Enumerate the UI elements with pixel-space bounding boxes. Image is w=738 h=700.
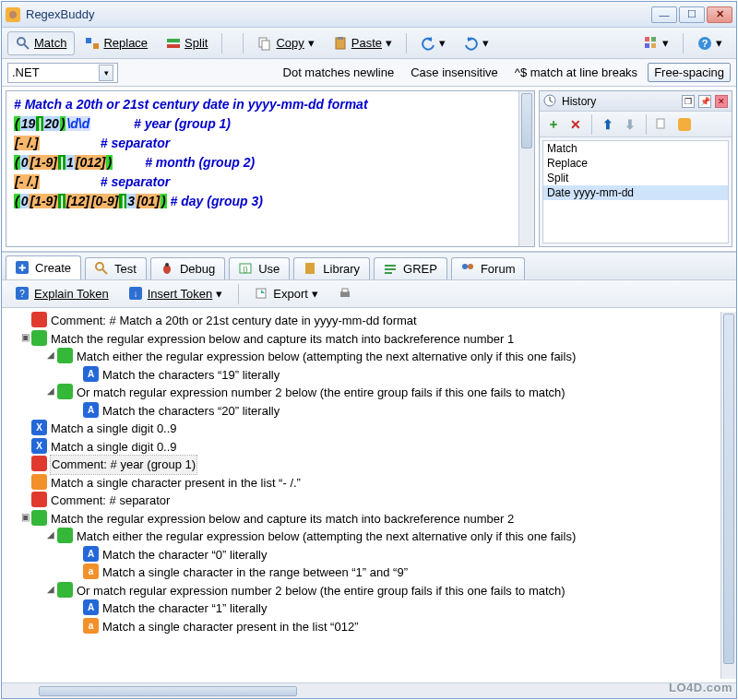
tree-twisty[interactable]: ◢ (44, 384, 57, 397)
maximize-button[interactable]: ☐ (679, 6, 705, 23)
help-button[interactable]: ?▾ (689, 31, 731, 55)
chevron-down-icon[interactable]: ▾ (99, 65, 113, 81)
scrollbar-thumb[interactable] (521, 93, 532, 148)
tree-node[interactable]: ◢ Match either the regular expression be… (6, 348, 720, 366)
tree-node[interactable]: XMatch a single digit 0..9 (6, 438, 720, 457)
help-icon: ? (697, 36, 712, 51)
tree-node[interactable]: XMatch a single digit 0..9 (6, 420, 720, 438)
flavor-select[interactable]: .NET ▾ (7, 63, 118, 83)
tok: [01] (136, 194, 161, 208)
tree-twisty[interactable]: ◢ (44, 348, 57, 362)
history-item[interactable]: Match (543, 141, 728, 156)
node-text: Match the regular expression below and c… (51, 510, 514, 528)
node-text: Comment: # Match a 20th or 21st century … (51, 312, 417, 330)
split-button[interactable]: Split (158, 31, 216, 55)
tok: | (58, 155, 65, 170)
paste-button[interactable]: Paste▾ (325, 31, 400, 55)
tree-node[interactable]: ◢ Match either the regular expression be… (6, 528, 720, 546)
regex-editor[interactable]: # Match a 20th or 21st century date in y… (6, 90, 535, 247)
tree-node[interactable]: aMatch a single character in the range b… (6, 564, 720, 582)
explain-tree[interactable]: Comment: # Match a 20th or 21st century … (6, 312, 720, 679)
svg-rect-21 (657, 119, 664, 128)
svg-rect-11 (338, 37, 343, 40)
tree-twisty[interactable]: ◢ (44, 582, 57, 596)
print-icon (339, 287, 353, 302)
undo-button[interactable]: ▾ (412, 31, 454, 55)
minimize-button[interactable]: — (651, 6, 677, 23)
tree-node[interactable]: AMatch the characters “20” literally (6, 402, 720, 421)
opt-line-breaks[interactable]: ^$ match at line breaks (508, 63, 644, 82)
create-toolbar: ?Explain Token ↓Insert Token▾ Export▾ (2, 280, 736, 308)
opt-dot-newline[interactable]: Dot matches newline (277, 63, 401, 82)
node-text: Match the character “0” literally (102, 546, 267, 564)
tree-twisty[interactable]: ◢ (44, 528, 57, 541)
tab-test[interactable]: Test (85, 257, 147, 279)
tab-grep[interactable]: GREP (374, 257, 447, 279)
titlebar[interactable]: RegexBuddy — ☐ ✕ (2, 2, 736, 28)
tree-node[interactable]: AMatch the character “1” literally (6, 599, 720, 618)
regex-text[interactable]: # Match a 20th or 21st century date in y… (6, 91, 534, 246)
tree-node[interactable]: AMatch the character “0” literally (6, 546, 720, 564)
explain-token-button[interactable]: ?Explain Token (7, 282, 117, 306)
tab-forum[interactable]: Forum (451, 257, 526, 279)
history-copy-button[interactable] (652, 114, 673, 135)
tab-library[interactable]: Library (293, 257, 370, 279)
redo-button[interactable]: ▾ (456, 31, 497, 55)
print-button[interactable] (330, 282, 362, 306)
pin-icon[interactable]: 📌 (698, 95, 711, 108)
insert-token-button[interactable]: ↓Insert Token▾ (121, 282, 232, 306)
tree-node[interactable]: ▣ Match the regular expression below and… (6, 510, 720, 528)
tok: ) (161, 194, 167, 208)
history-add-button[interactable]: ＋ (543, 114, 564, 135)
tree-node[interactable]: AMatch the characters “19” literally (6, 366, 720, 385)
tab-use[interactable]: {}Use (229, 257, 290, 279)
export-button[interactable]: Export▾ (246, 282, 327, 306)
tree-node[interactable]: Comment: # year (group 1) (6, 456, 720, 474)
opt-case-insensitive[interactable]: Case insensitive (404, 63, 505, 82)
tab-debug[interactable]: Debug (150, 257, 225, 279)
tree-node[interactable]: ◢ Or match regular expression number 2 b… (6, 384, 720, 402)
tree-node[interactable]: Comment: # separator (6, 492, 720, 510)
tree-scrollbar-h[interactable] (2, 682, 736, 698)
node-icon (31, 312, 47, 327)
svg-rect-4 (86, 38, 91, 43)
history-header[interactable]: History ❐ 📌 ✕ (540, 91, 732, 112)
tree-twisty[interactable]: ▣ (18, 330, 31, 344)
tok: [12] (65, 194, 90, 208)
tree-node[interactable]: Match a single character present in the … (6, 474, 720, 492)
regex-comment: # month (group 2) (145, 155, 255, 170)
tok: [0-9] (90, 194, 120, 208)
tab-create[interactable]: ✚Create (6, 255, 81, 279)
opt-free-spacing[interactable]: Free-spacing (648, 63, 731, 82)
node-icon (31, 510, 47, 526)
tree-node[interactable]: ◢ Or match regular expression number 2 b… (6, 582, 720, 600)
restore-icon[interactable]: ❐ (682, 95, 695, 108)
history-item[interactable]: Date yyyy-mm-dd (543, 185, 728, 200)
tree-node[interactable]: ▣ Match the regular expression below and… (6, 330, 720, 349)
history-delete-button[interactable]: ✕ (565, 114, 586, 135)
editor-scrollbar-v[interactable] (518, 91, 534, 246)
view-options-button[interactable]: ▾ (636, 31, 677, 55)
tree-scrollbar-v[interactable] (720, 312, 736, 679)
copy-button[interactable]: Copy▾ (249, 31, 322, 55)
history-item[interactable]: Replace (543, 156, 728, 171)
history-up-button[interactable]: ⬆ (598, 114, 618, 135)
scrollbar-thumb[interactable] (39, 686, 297, 696)
tree-twisty[interactable]: ▣ (18, 510, 31, 524)
history-list[interactable]: Match Replace Split Date yyyy-mm-dd (542, 140, 729, 243)
tree-node[interactable]: aMatch a single character present in the… (6, 618, 720, 636)
history-toolbar: ＋ ✕ ⬆ ⬇ (540, 112, 732, 137)
app-icon (6, 7, 20, 22)
history-down-button[interactable]: ⬇ (620, 114, 640, 135)
node-text: Match a single digit 0..9 (51, 438, 177, 457)
match-button[interactable]: Match (7, 31, 75, 55)
history-item[interactable]: Split (543, 171, 728, 185)
tree-node[interactable]: Comment: # Match a 20th or 21st century … (6, 312, 720, 330)
explain-label: Explain Token (34, 287, 109, 301)
close-button[interactable]: ✕ (707, 6, 732, 23)
panel-close-icon[interactable]: ✕ (715, 95, 728, 108)
replace-button[interactable]: Replace (77, 31, 156, 55)
history-regexbuddy-button[interactable] (674, 114, 695, 135)
tab-label: Library (323, 262, 360, 276)
scrollbar-thumb[interactable] (723, 314, 734, 664)
